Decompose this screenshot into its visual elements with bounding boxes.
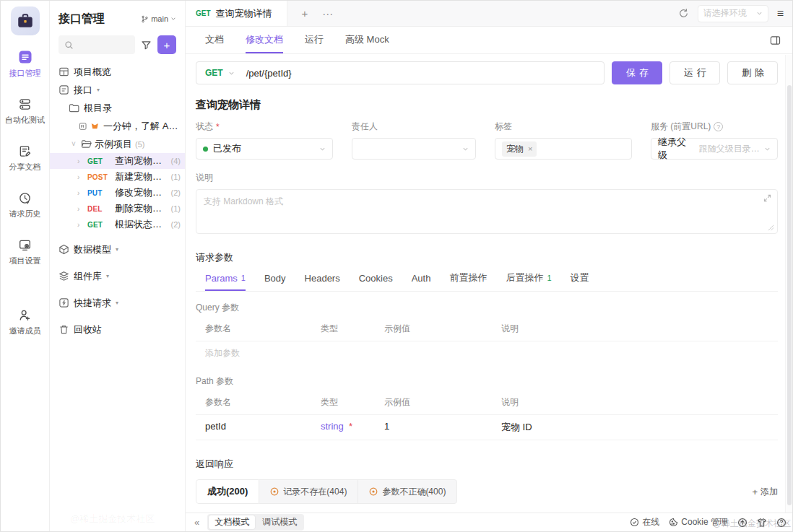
layers-icon xyxy=(58,271,69,282)
app-logo[interactable] xyxy=(11,6,40,35)
rail-item-api-manage[interactable]: 接口管理 xyxy=(9,50,41,79)
path-params-label: Path 参数 xyxy=(196,375,778,388)
debug-mode-button[interactable]: 调试模式 xyxy=(256,515,303,529)
scrollbar-thumb[interactable] xyxy=(787,85,792,505)
tree-item-overview[interactable]: 项目概览 xyxy=(50,63,185,81)
tab-headers[interactable]: Headers xyxy=(305,266,340,291)
tab-cookies[interactable]: Cookies xyxy=(359,266,393,291)
tag-chip[interactable]: 宠物× xyxy=(502,141,537,157)
rail-item-history[interactable]: 请求历史 xyxy=(9,191,41,219)
editor-content: 查询宠物详情 状态* 已发布 责任人 标签 xyxy=(186,92,792,513)
tree-folder-example[interactable]: ˅ 示例项目 (5) xyxy=(50,135,185,153)
tree-section-components[interactable]: 组件库 ▾ xyxy=(50,266,185,286)
save-button[interactable]: 保存 xyxy=(612,61,662,84)
table-row[interactable]: petId string * 1 宠物 ID xyxy=(196,415,778,440)
markdown-doc-icon xyxy=(79,121,87,131)
url-input[interactable]: GET /pet/{petId} xyxy=(196,61,604,84)
resize-handle-icon[interactable] xyxy=(768,224,774,231)
online-status[interactable]: 在线 xyxy=(630,516,659,528)
description-textarea[interactable] xyxy=(196,189,778,234)
tab-run[interactable]: 运行 xyxy=(305,27,324,53)
owner-field: 责任人 xyxy=(352,121,476,160)
menu-arrow-icon: ▾ xyxy=(116,300,118,306)
tab-doc[interactable]: 文档 xyxy=(205,27,224,53)
tree-endpoint-row[interactable]: › POST 新建宠物信息 (1) xyxy=(50,169,185,185)
method-select[interactable]: GET xyxy=(205,68,223,78)
tab-advanced-mock[interactable]: 高级 Mock xyxy=(345,27,389,53)
description-label: 说明 xyxy=(196,172,778,184)
panel-toggle-icon[interactable] xyxy=(770,35,781,45)
branch-selector[interactable]: main xyxy=(141,14,176,23)
theme-icon[interactable] xyxy=(757,518,767,528)
tree-section-trash[interactable]: 回收站 xyxy=(50,320,185,339)
tree-doc-item[interactable]: 一分钟，了解 Apifox！ xyxy=(50,117,185,135)
caret-right-icon: › xyxy=(77,189,84,197)
rail-item-label: 自动化测试 xyxy=(5,115,45,126)
rail-item-invite[interactable]: 邀请成员 xyxy=(9,308,41,336)
delete-button[interactable]: 删除 xyxy=(727,61,778,84)
tree-folder-root[interactable]: 根目录 xyxy=(50,99,185,117)
api-icon xyxy=(58,84,69,95)
col-header: 参数名 xyxy=(196,391,311,415)
cookie-manager[interactable]: Cookie 管理 xyxy=(669,516,728,528)
invite-member-icon xyxy=(18,308,32,322)
menu-arrow-icon: ▾ xyxy=(106,273,109,279)
refresh-icon[interactable] xyxy=(678,8,689,19)
rail-item-project-settings[interactable]: 项目设置 xyxy=(9,237,41,266)
search-input[interactable] xyxy=(77,40,128,50)
chevron-down-icon xyxy=(228,70,235,77)
filter-icon[interactable] xyxy=(141,40,152,51)
tab-params[interactable]: Params1 xyxy=(205,266,246,291)
apifox-fox-icon xyxy=(91,122,99,131)
tree-endpoint-row[interactable]: › DEL 删除宠物信息 (1) xyxy=(50,201,185,217)
tree-section-quick-request[interactable]: 快捷请求 ▾ xyxy=(50,293,185,313)
owner-select[interactable] xyxy=(352,138,476,160)
response-tab-200[interactable]: 成功(200) xyxy=(196,479,259,504)
status-select[interactable]: 已发布 xyxy=(196,138,333,160)
scrollbar xyxy=(785,55,792,513)
response-tab-404[interactable]: 记录不存在(404) xyxy=(259,479,358,504)
response-tab-400[interactable]: 参数不正确(400) xyxy=(358,479,457,504)
tags-input[interactable]: 宠物× xyxy=(495,138,632,160)
tab-pre-actions[interactable]: 前置操作 xyxy=(449,266,487,291)
open-tab-endpoint[interactable]: GET 查询宠物详情 xyxy=(186,1,287,26)
online-icon xyxy=(630,518,639,527)
add-button[interactable]: + xyxy=(157,35,176,54)
upgrade-icon[interactable] xyxy=(737,518,748,528)
tree-section-api[interactable]: 接口 ▾ xyxy=(50,81,185,99)
environment-select[interactable]: 请选择环境 xyxy=(698,5,768,22)
tab-post-actions[interactable]: 后置操作1 xyxy=(506,266,551,291)
tab-edit-doc[interactable]: 修改文档 xyxy=(246,27,283,53)
cube-icon xyxy=(58,244,69,255)
caret-right-icon: › xyxy=(77,205,84,213)
search-box[interactable] xyxy=(58,35,135,54)
run-button[interactable]: 运行 xyxy=(670,61,720,84)
add-response-button[interactable]: + 添加 xyxy=(752,486,778,498)
collapse-sidebar-icon[interactable]: « xyxy=(194,517,199,528)
query-params-table: 参数名 类型 示例值 说明 添加参数 xyxy=(196,317,778,365)
rail-item-automation[interactable]: 自动化测试 xyxy=(5,97,45,126)
rail-item-share-docs[interactable]: 分享文档 xyxy=(9,144,41,173)
help-circle-icon[interactable] xyxy=(776,518,786,528)
tab-body[interactable]: Body xyxy=(264,266,286,291)
tree-endpoint-row[interactable]: › PUT 修改宠物信息 (2) xyxy=(50,185,185,201)
rail-item-label: 项目设置 xyxy=(9,256,41,266)
col-header: 类型 xyxy=(311,391,375,415)
chevron-down-icon xyxy=(756,10,763,17)
tree-endpoint-row[interactable]: › GET 根据状态查找宠... (2) xyxy=(50,217,185,232)
new-tab-icon[interactable]: + xyxy=(302,7,308,19)
expand-icon[interactable] xyxy=(763,194,771,202)
service-select[interactable]: 继承父级跟随父级目录设... xyxy=(651,138,778,160)
menu-icon[interactable]: ≡ xyxy=(777,7,784,20)
tags-field: 标签 宠物× xyxy=(495,121,632,160)
add-param-row[interactable]: 添加参数 xyxy=(196,341,311,365)
col-header: 参数名 xyxy=(196,317,311,341)
tree-section-data-models[interactable]: 数据模型 ▾ xyxy=(50,240,185,259)
remove-tag-icon[interactable]: × xyxy=(528,144,532,153)
tab-auth[interactable]: Auth xyxy=(412,266,431,291)
more-tabs-icon[interactable]: ··· xyxy=(322,7,333,19)
tree-endpoint-row[interactable]: › GET 查询宠物详情 (4) xyxy=(50,153,185,169)
tab-settings[interactable]: 设置 xyxy=(571,266,589,291)
chevron-down-icon xyxy=(170,16,176,22)
doc-mode-button[interactable]: 文档模式 xyxy=(209,515,255,529)
